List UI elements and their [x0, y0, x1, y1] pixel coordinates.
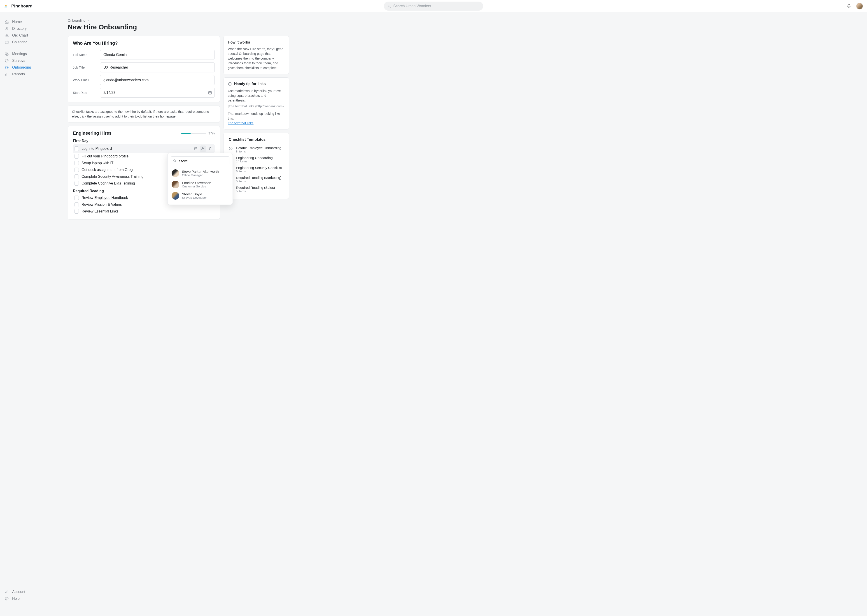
- template-row[interactable]: Engineering Onboarding14 items: [229, 154, 284, 165]
- hiring-heading: Who Are You Hiring?: [73, 41, 215, 46]
- person-name: Steven Doyle: [182, 192, 207, 196]
- brand-name: Pingboard: [11, 4, 33, 9]
- sidebar-item-label: Help: [12, 597, 20, 601]
- assign-person-row[interactable]: Steven DoyleSr Web Developer: [171, 190, 229, 201]
- person-name: Emeline Stevenson: [182, 181, 211, 185]
- task-label: Log into Pingboard: [82, 147, 112, 151]
- task-link[interactable]: Mission & Values: [95, 203, 122, 206]
- person-title: Customer Service: [182, 185, 211, 188]
- calendar-icon[interactable]: [208, 91, 212, 95]
- sidebar-item-label: Directory: [12, 27, 27, 31]
- task-delete-button[interactable]: [207, 146, 213, 152]
- avatar: [172, 170, 179, 177]
- assign-person-row[interactable]: Steve Parker-AltenwerthOffice Manager: [171, 168, 229, 179]
- sidebar-item-calendar[interactable]: Calendar: [2, 39, 59, 46]
- work-email-input[interactable]: [100, 75, 215, 85]
- sidebar-item-onboarding[interactable]: Onboarding: [2, 64, 59, 71]
- how-it-works-title: How it works: [228, 40, 285, 45]
- task-checkbox[interactable]: [74, 168, 79, 172]
- template-name: Engineering Security Checklist: [236, 166, 282, 170]
- sidebar-item-label: Account: [12, 590, 25, 594]
- sidebar-item-account[interactable]: Account: [2, 588, 59, 595]
- svg-rect-3: [6, 34, 8, 35]
- brand[interactable]: Pingboard: [4, 4, 33, 9]
- sidebar-item-org-chart[interactable]: Org Chart: [2, 32, 59, 39]
- template-count: 5 items: [236, 190, 275, 193]
- svg-point-2: [6, 27, 8, 29]
- search-icon: [388, 4, 391, 8]
- task-checkbox[interactable]: [74, 161, 79, 165]
- task-checkbox[interactable]: [74, 196, 79, 200]
- template-row[interactable]: Engineering Security Checklist6 items: [229, 165, 284, 174]
- breadcrumb: Onboarding: [68, 19, 289, 22]
- task-checkbox[interactable]: [74, 146, 79, 151]
- onboarding-icon: [5, 65, 9, 69]
- task-link[interactable]: Essential Links: [95, 209, 118, 213]
- job-title-input[interactable]: [100, 63, 215, 72]
- assign-search-input[interactable]: [171, 156, 229, 165]
- sidebar-item-label: Org Chart: [12, 33, 28, 38]
- task-label: Fill out your Pingboard profile: [82, 154, 128, 158]
- template-row[interactable]: Required Reading (Sales)5 items: [229, 184, 284, 194]
- calendar-icon: [194, 147, 197, 151]
- assign-user-popover: Steve Parker-AltenwerthOffice ManagerEme…: [167, 153, 233, 205]
- template-name: Required Reading (Marketing): [236, 176, 281, 179]
- job-title-label: Job Title: [73, 66, 100, 69]
- svg-point-11: [5, 592, 7, 593]
- tip-example-link[interactable]: The text that links: [228, 121, 254, 125]
- sidebar-item-reports[interactable]: Reports: [2, 71, 59, 78]
- svg-point-21: [230, 83, 230, 83]
- sidebar-item-help[interactable]: Help: [2, 595, 59, 602]
- task-link[interactable]: Employee Handbook: [95, 196, 128, 200]
- sidebar-item-meetings[interactable]: Meetings: [2, 50, 59, 57]
- trash-icon: [208, 147, 212, 151]
- tip-body-2: That markdown ends up looking like this:: [228, 112, 285, 121]
- chevron-right-icon: [87, 19, 90, 22]
- avatar: [172, 192, 179, 200]
- checklist-title: Engineering Hires: [73, 130, 112, 136]
- avatar: [172, 181, 179, 189]
- start-date-label: Start Date: [73, 91, 100, 94]
- checklist-icon: [229, 146, 233, 153]
- full-name-input[interactable]: [100, 50, 215, 60]
- task-due-date-button[interactable]: [192, 146, 199, 152]
- how-it-works-card: How it works When the New Hire starts, t…: [224, 36, 289, 74]
- task-row[interactable]: Review Essential Links: [73, 208, 215, 215]
- user-avatar[interactable]: [856, 3, 863, 9]
- notifications-button[interactable]: [846, 3, 852, 9]
- checklist-progress: 37%: [181, 132, 215, 135]
- global-search-input[interactable]: [384, 2, 483, 11]
- task-checkbox[interactable]: [74, 202, 79, 207]
- task-checkbox[interactable]: [74, 209, 79, 214]
- task-checkbox[interactable]: [74, 154, 79, 159]
- bell-icon: [847, 4, 851, 8]
- sidebar-item-label: Meetings: [12, 52, 27, 56]
- svg-point-16: [202, 148, 203, 149]
- person-title: Sr Web Developer: [182, 196, 207, 200]
- svg-line-18: [175, 162, 176, 162]
- work-email-label: Work Email: [73, 78, 100, 82]
- task-row[interactable]: Log into PingboardSteve Parker-Altenwert…: [73, 145, 215, 153]
- sidebar-item-label: Surveys: [12, 59, 25, 63]
- sidebar-item-directory[interactable]: Directory: [2, 25, 59, 32]
- person-title: Office Manager: [182, 173, 219, 177]
- template-row[interactable]: Required Reading (Marketing)5 items: [229, 174, 284, 184]
- breadcrumb-parent[interactable]: Onboarding: [68, 19, 85, 22]
- sidebar-item-home[interactable]: Home: [2, 19, 59, 25]
- home-icon: [5, 20, 9, 24]
- start-date-input[interactable]: [100, 88, 215, 97]
- assign-person-row[interactable]: Emeline StevensonCustomer Service: [171, 179, 229, 190]
- tip-body-1: Use markdown to hyperlink your text usin…: [228, 89, 285, 103]
- progress-bar: [181, 133, 206, 134]
- template-name: Default Employee Onboarding: [236, 146, 281, 150]
- task-checkbox[interactable]: [74, 174, 79, 179]
- svg-point-0: [388, 5, 390, 7]
- page-title: New Hire Onboarding: [68, 23, 289, 31]
- template-count: 5 items: [236, 179, 281, 183]
- template-row[interactable]: Default Employee Onboarding8 items: [229, 145, 284, 154]
- sidebar-item-surveys[interactable]: Surveys: [2, 57, 59, 64]
- task-checkbox[interactable]: [74, 181, 79, 185]
- template-name: Required Reading (Sales): [236, 185, 275, 190]
- task-assign-user-button[interactable]: [200, 146, 206, 152]
- template-name: Engineering Onboarding: [236, 156, 273, 160]
